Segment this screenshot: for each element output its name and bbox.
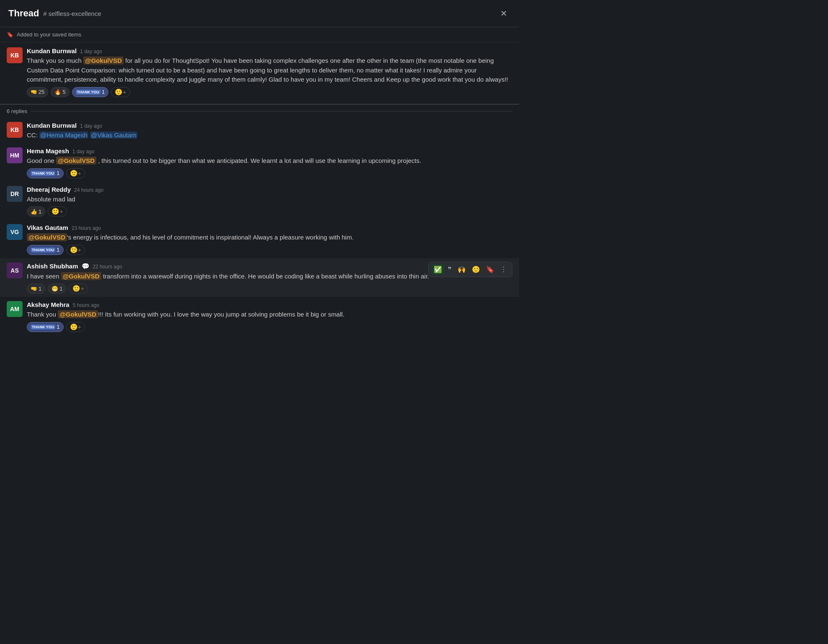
avatar: DR xyxy=(7,186,23,202)
reply-5-reactions: 🤜 1 😁 1 🙂+ xyxy=(27,283,512,294)
original-msg-content: Kundan Burnwal 1 day ago Thank you so mu… xyxy=(27,47,512,97)
reply-6-header: Akshay Mehra 5 hours ago xyxy=(27,301,512,308)
action-quote[interactable]: ❞ xyxy=(445,264,454,275)
thread-header: Thread # selfless-excellence ✕ xyxy=(0,0,519,27)
reaction-thumbsup[interactable]: 👍 1 xyxy=(27,206,45,216)
reaction-thankyou[interactable]: THANK YOU 1 xyxy=(27,245,64,255)
thread-channel: # selfless-excellence xyxy=(43,10,101,17)
add-reaction-button[interactable]: 🙂+ xyxy=(66,168,85,178)
timestamp: 1 day ago xyxy=(80,49,102,54)
original-reactions: 🤜 25 🔥 5 THANK YOU 1 🙂+ xyxy=(27,87,512,97)
reply-1: KB Kundan Burnwal 1 day ago CC: @Hema Ma… xyxy=(0,118,519,144)
reaction-thankyou[interactable]: THANK YOU 1 xyxy=(27,322,64,332)
original-message: KB Kundan Burnwal 1 day ago Thank you so… xyxy=(0,42,519,104)
original-msg-text: Thank you so much @GokulVSD for all you … xyxy=(27,56,512,85)
author-name: Hema Magesh xyxy=(27,147,69,155)
reply-6-reactions: THANK YOU 1 🙂+ xyxy=(27,322,512,332)
reply-6-body: AM Akshay Mehra 5 hours ago Thank you @G… xyxy=(7,301,512,332)
saved-text: Added to your saved items xyxy=(17,31,81,38)
reply-4-reactions: THANK YOU 1 🙂+ xyxy=(27,245,512,255)
reply-1-content: Kundan Burnwal 1 day ago CC: @Hema Mages… xyxy=(27,122,512,140)
reply-1-header: Kundan Burnwal 1 day ago xyxy=(27,122,512,129)
speech-bubble-icon: 💬 xyxy=(82,263,90,270)
reply-2-content: Hema Magesh 1 day ago Good one @GokulVSD… xyxy=(27,147,512,178)
saved-banner: 🔖 Added to your saved items xyxy=(0,27,519,42)
mention-gokul: @GokulVSD xyxy=(61,272,101,280)
action-bookmark[interactable]: 🔖 xyxy=(483,264,497,275)
reply-2-header: Hema Magesh 1 day ago xyxy=(27,147,512,155)
reply-4-header: Vikas Gautam 23 hours ago xyxy=(27,224,512,231)
reply-2: HM Hema Magesh 1 day ago Good one @Gokul… xyxy=(0,143,519,182)
action-more[interactable]: ⋮ xyxy=(498,264,509,275)
avatar: KB xyxy=(7,122,23,138)
reply-5: AS Ashish Shubham 💬 22 hours ago I have … xyxy=(0,258,519,297)
add-reaction-button[interactable]: 🙂+ xyxy=(66,245,85,255)
replies-count: 6 replies xyxy=(7,108,27,114)
avatar: AM xyxy=(7,301,23,317)
mention-vikas: @Vikas Gautam xyxy=(90,131,137,139)
avatar: HM xyxy=(7,147,23,163)
mention-gokul: @GokulVSD xyxy=(83,57,123,64)
reply-4-text: @GokulVSD's energy is infectious, and hi… xyxy=(27,233,512,242)
author-name: Kundan Burnwal xyxy=(27,47,77,54)
original-msg-header: Kundan Burnwal 1 day ago xyxy=(27,47,512,54)
add-reaction-button[interactable]: 🙂+ xyxy=(111,87,130,97)
close-button[interactable]: ✕ xyxy=(497,7,511,20)
replies-divider: 6 replies xyxy=(0,104,519,118)
timestamp: 22 hours ago xyxy=(93,264,122,270)
thread-header-left: Thread # selfless-excellence xyxy=(8,8,101,19)
timestamp: 23 hours ago xyxy=(72,225,101,231)
reply-4-content: Vikas Gautam 23 hours ago @GokulVSD's en… xyxy=(27,224,512,255)
reaction-fist2[interactable]: 🤜 1 xyxy=(27,283,45,294)
reaction-grin[interactable]: 😁 1 xyxy=(48,283,66,294)
add-reaction-button[interactable]: 🙂+ xyxy=(66,322,85,332)
reaction-fist[interactable]: 🤜 25 xyxy=(27,87,48,97)
original-msg-body: KB Kundan Burnwal 1 day ago Thank you so… xyxy=(7,47,512,97)
action-emoji[interactable]: 🙂 xyxy=(469,264,483,275)
timestamp: 1 day ago xyxy=(80,123,102,129)
reply-4-body: VG Vikas Gautam 23 hours ago @GokulVSD's… xyxy=(7,224,512,255)
mention-gokul: @GokulVSD xyxy=(27,233,67,241)
reply-2-reactions: THANK YOU 1 🙂+ xyxy=(27,168,512,178)
reply-3-body: DR Dheeraj Reddy 24 hours ago Absolute m… xyxy=(7,186,512,217)
avatar: AS xyxy=(7,263,23,278)
action-bar: ✅ ❞ 🙌 🙂 🔖 ⋮ xyxy=(428,262,512,277)
avatar: VG xyxy=(7,224,23,240)
mention-gokul: @GokulVSD xyxy=(56,157,96,165)
author-name: Vikas Gautam xyxy=(27,224,68,231)
mention-gokul: @GokulVSD xyxy=(58,310,98,318)
action-hands[interactable]: 🙌 xyxy=(455,264,468,275)
reply-3-reactions: 👍 1 🙂+ xyxy=(27,206,512,216)
timestamp: 24 hours ago xyxy=(74,187,103,193)
reaction-fire[interactable]: 🔥 5 xyxy=(51,87,69,97)
reply-6-content: Akshay Mehra 5 hours ago Thank you @Goku… xyxy=(27,301,512,332)
author-name: Akshay Mehra xyxy=(27,301,69,308)
bookmark-icon: 🔖 xyxy=(7,31,13,38)
reply-4: VG Vikas Gautam 23 hours ago @GokulVSD's… xyxy=(0,220,519,258)
reply-6-text: Thank you @GokulVSD!!! Its fun working w… xyxy=(27,310,512,319)
reply-3-content: Dheeraj Reddy 24 hours ago Absolute mad … xyxy=(27,186,512,217)
author-name: Ashish Shubham xyxy=(27,263,78,270)
add-reaction-button[interactable]: 🙂+ xyxy=(69,283,88,294)
reply-1-text: CC: @Hema Magesh @Vikas Gautam xyxy=(27,131,512,140)
reply-3-text: Absolute mad lad xyxy=(27,195,512,204)
reply-1-body: KB Kundan Burnwal 1 day ago CC: @Hema Ma… xyxy=(7,122,512,140)
action-checkmark[interactable]: ✅ xyxy=(431,264,445,275)
timestamp: 1 day ago xyxy=(72,149,95,155)
reply-6: AM Akshay Mehra 5 hours ago Thank you @G… xyxy=(0,297,519,335)
reaction-thankyou[interactable]: THANK YOU 1 xyxy=(72,87,109,97)
author-name: Kundan Burnwal xyxy=(27,122,77,129)
mention-hema: @Hema Magesh xyxy=(39,131,88,139)
reaction-thankyou[interactable]: THANK YOU 1 xyxy=(27,168,64,178)
reply-3-header: Dheeraj Reddy 24 hours ago xyxy=(27,186,512,193)
reply-2-body: HM Hema Magesh 1 day ago Good one @Gokul… xyxy=(7,147,512,178)
author-name: Dheeraj Reddy xyxy=(27,186,71,193)
avatar: KB xyxy=(7,47,23,63)
reply-2-text: Good one @GokulVSD , this turned out to … xyxy=(27,156,512,166)
add-reaction-button[interactable]: 🙂+ xyxy=(48,206,67,216)
thread-title: Thread xyxy=(8,8,39,19)
timestamp: 5 hours ago xyxy=(73,302,99,308)
reply-3: DR Dheeraj Reddy 24 hours ago Absolute m… xyxy=(0,182,519,220)
